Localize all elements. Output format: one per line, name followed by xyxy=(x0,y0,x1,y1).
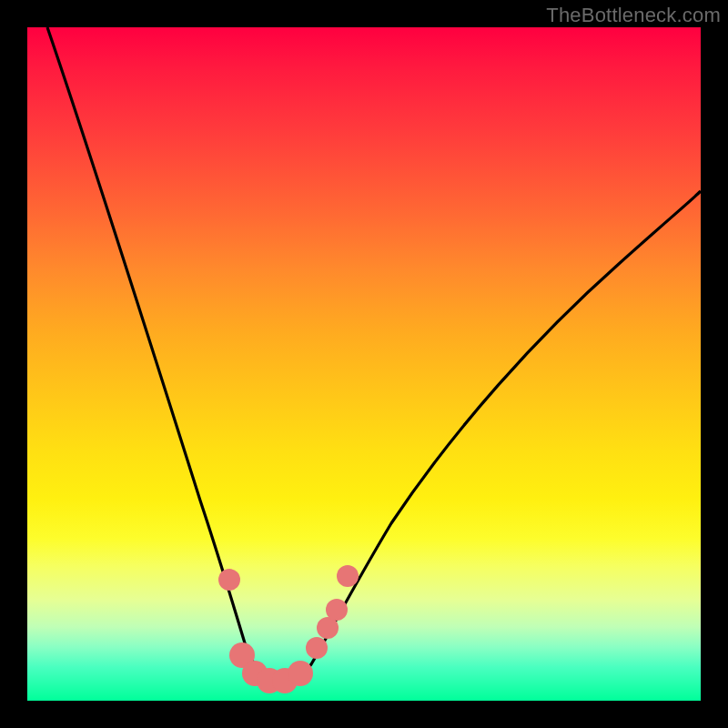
watermark-text: TheBottleneck.com xyxy=(546,4,721,27)
plot-area xyxy=(27,27,701,701)
marker-dot xyxy=(288,661,313,686)
marker-dot xyxy=(218,569,240,591)
marker-dot xyxy=(306,637,328,659)
marker-dot xyxy=(337,565,359,587)
bottleneck-curve xyxy=(47,27,701,684)
curve-layer xyxy=(27,27,701,701)
marker-dot xyxy=(326,599,348,621)
chart-frame: TheBottleneck.com xyxy=(0,0,728,728)
